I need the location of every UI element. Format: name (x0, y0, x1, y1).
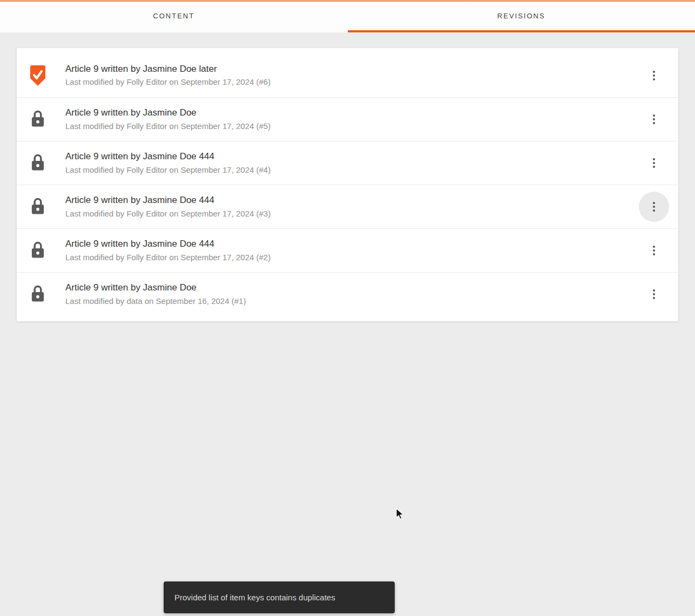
mouse-cursor-icon (396, 508, 406, 523)
revision-title: Article 9 written by Jasmine Doe later (65, 63, 574, 76)
revision-title: Article 9 written by Jasmine Doe 444 (65, 238, 574, 251)
revision-meta: Last modified by Folly Editor on Septemb… (65, 164, 574, 175)
revision-meta: Last modified by data on September 16, 2… (65, 295, 574, 307)
revision-menu-button[interactable] (639, 192, 669, 222)
tab-revisions[interactable]: REVISIONS (348, 2, 695, 32)
lock-icon (30, 241, 46, 260)
revision-meta: Last modified by Folly Editor on Septemb… (65, 76, 574, 87)
revision-texts: Article 9 written by Jasmine Doe Last mo… (65, 107, 639, 132)
revision-row[interactable]: Article 9 written by Jasmine Doe Last mo… (17, 97, 678, 141)
revision-row[interactable]: Article 9 written by Jasmine Doe 444 Las… (17, 141, 678, 185)
tab-bar: CONTENT REVISIONS (0, 2, 695, 32)
kebab-menu-icon (653, 71, 655, 80)
revision-title: Article 9 written by Jasmine Doe 444 (65, 194, 574, 207)
revisions-list: Article 9 written by Jasmine Doe later L… (17, 48, 678, 321)
kebab-menu-icon (653, 114, 655, 124)
revision-menu-button[interactable] (639, 235, 669, 266)
revision-row[interactable]: Article 9 written by Jasmine Doe 444 Las… (17, 185, 678, 228)
revision-texts: Article 9 written by Jasmine Doe 444 Las… (65, 151, 639, 175)
revision-row[interactable]: Article 9 written by Jasmine Doe later L… (17, 53, 678, 97)
revision-title: Article 9 written by Jasmine Doe 444 (65, 151, 574, 163)
kebab-menu-icon (653, 246, 655, 255)
revision-texts: Article 9 written by Jasmine Doe later L… (65, 63, 639, 88)
revision-menu-button[interactable] (639, 104, 669, 134)
revision-meta: Last modified by Folly Editor on Septemb… (65, 208, 574, 219)
revision-title: Article 9 written by Jasmine Doe (65, 107, 574, 119)
kebab-menu-icon (653, 289, 655, 299)
toast-notification: Provided list of item keys contains dupl… (164, 581, 395, 613)
tab-content-label: CONTENT (153, 12, 194, 20)
revision-meta: Last modified by Folly Editor on Septemb… (65, 252, 574, 263)
revision-texts: Article 9 written by Jasmine Doe 444 Las… (65, 238, 639, 263)
revision-row[interactable]: Article 9 written by Jasmine Doe 444 Las… (17, 228, 678, 272)
tab-revisions-label: REVISIONS (497, 12, 545, 20)
current-version-badge-check-icon (30, 65, 46, 86)
revision-meta: Last modified by Folly Editor on Septemb… (65, 120, 574, 132)
kebab-menu-icon (653, 202, 655, 212)
revision-texts: Article 9 written by Jasmine Doe Last mo… (65, 282, 639, 307)
lock-icon (30, 198, 46, 216)
kebab-menu-icon (653, 158, 655, 168)
revision-menu-button[interactable] (639, 279, 669, 309)
revision-row[interactable]: Article 9 written by Jasmine Doe Last mo… (17, 272, 678, 316)
revision-menu-button[interactable] (639, 60, 669, 91)
revision-menu-button[interactable] (639, 148, 669, 178)
revision-title: Article 9 written by Jasmine Doe (65, 282, 574, 294)
revision-texts: Article 9 written by Jasmine Doe 444 Las… (65, 194, 639, 219)
lock-icon (30, 110, 46, 128)
lock-icon (30, 154, 46, 172)
toast-message: Provided list of item keys contains dupl… (174, 593, 335, 602)
lock-icon (30, 285, 46, 303)
tab-content[interactable]: CONTENT (0, 2, 348, 32)
